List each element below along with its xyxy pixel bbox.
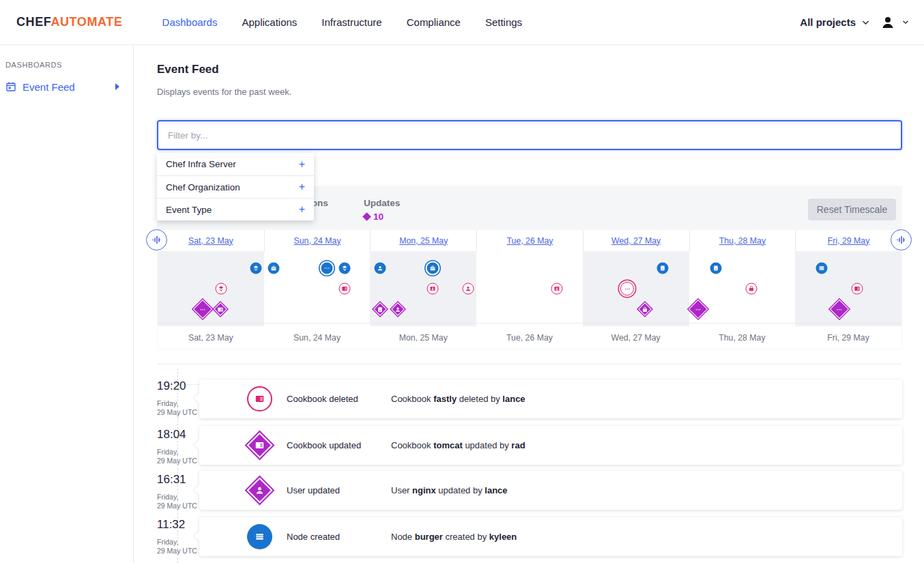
- bag-icon: [748, 285, 755, 293]
- delete-event-marker[interactable]: [746, 283, 757, 295]
- layers-icon: [218, 285, 225, 293]
- event-description: User nginx updated by lance: [391, 485, 508, 495]
- update-event-marker[interactable]: [830, 300, 849, 319]
- create-event-marker[interactable]: [816, 263, 828, 274]
- node-icon: [659, 265, 667, 272]
- update-event-marker[interactable]: [193, 300, 212, 319]
- delete-event-marker[interactable]: [427, 283, 439, 295]
- event-card[interactable]: Cookbook deleted Cookbook fastly deleted…: [199, 379, 902, 418]
- day-footer: Sat, 23 May: [158, 326, 264, 349]
- dropdown-option-event-type[interactable]: Event Type +: [157, 198, 314, 220]
- node-icon: [377, 306, 384, 313]
- dropdown-option-chef-infra-server[interactable]: Chef Infra Server +: [157, 153, 314, 175]
- delete-event-marker[interactable]: [551, 283, 563, 295]
- create-event-marker[interactable]: [710, 263, 722, 274]
- delete-event-marker[interactable]: [463, 283, 474, 295]
- delete-event-marker[interactable]: [620, 282, 634, 295]
- event-description: Cookbook tomcat updated by rad: [391, 440, 525, 450]
- day-header[interactable]: Thu, 28 May: [689, 230, 796, 251]
- grid-line: [158, 364, 901, 364]
- legend-updates-count: 10: [373, 212, 384, 222]
- legend-updates: Updates 10: [364, 198, 400, 222]
- expand-arrow-icon[interactable]: [115, 83, 119, 90]
- sidebar-item-event-feed[interactable]: Event Feed: [5, 78, 129, 95]
- user-avatar-icon[interactable]: [880, 14, 896, 31]
- update-event-icon: [247, 478, 272, 503]
- main-nav: Dashboards Applications Infrastructure C…: [162, 16, 523, 28]
- delete-event-marker[interactable]: [339, 283, 351, 295]
- delete-event-marker[interactable]: [852, 283, 863, 295]
- day-header[interactable]: Wed, 27 May: [583, 230, 689, 251]
- event-date: 29 May UTC: [157, 547, 197, 555]
- event-date: 29 May UTC: [157, 457, 197, 465]
- event-card[interactable]: Node created Node burger created by kyle…: [199, 517, 902, 556]
- day-header[interactable]: Sun, 24 May: [264, 230, 371, 251]
- nav-settings[interactable]: Settings: [485, 16, 522, 28]
- person-icon: [377, 265, 384, 272]
- timescale-handle-left[interactable]: [146, 229, 167, 250]
- day-header[interactable]: Sat, 23 May: [158, 230, 264, 251]
- nav-dashboards[interactable]: Dashboards: [162, 16, 218, 28]
- person-icon: [465, 285, 472, 293]
- logo-automate: AUTOMATE: [50, 15, 122, 29]
- timeline-day-footers: Sat, 23 May Sun, 24 May Mon, 25 May Tue,…: [158, 326, 901, 349]
- update-event-marker[interactable]: [214, 302, 227, 316]
- reset-timescale-button[interactable]: Reset Timescale: [808, 199, 896, 220]
- chevron-down-icon[interactable]: [862, 20, 869, 25]
- event-title: Cookbook updated: [287, 440, 361, 450]
- timescale-handle-right[interactable]: [891, 229, 912, 250]
- nav-applications[interactable]: Applications: [242, 16, 297, 28]
- chef-automate-logo[interactable]: CHEFAUTOMATE: [16, 15, 123, 29]
- top-navigation-bar: CHEFAUTOMATE Dashboards Applications Inf…: [0, 0, 924, 45]
- day-header[interactable]: Fri, 29 May: [795, 230, 901, 251]
- nav-compliance[interactable]: Compliance: [407, 16, 461, 28]
- sidebar-item-label: Event Feed: [23, 81, 75, 93]
- ellipsis-icon: [323, 265, 331, 272]
- timeline-event-markers: [158, 251, 901, 326]
- event-title: Cookbook deleted: [287, 394, 358, 404]
- nav-right-controls: All projects: [800, 14, 909, 31]
- plus-icon[interactable]: +: [299, 203, 305, 216]
- chevron-down-icon[interactable]: [902, 20, 909, 25]
- event-card[interactable]: User updated User nginx updated by lance: [199, 471, 902, 510]
- list-icon: [818, 265, 826, 272]
- delete-event-marker[interactable]: [216, 283, 227, 295]
- person-icon: [394, 306, 402, 313]
- projects-filter-button[interactable]: All projects: [800, 16, 856, 28]
- badge-icon: [553, 285, 561, 293]
- event-description: Cookbook fastly deleted by lance: [391, 394, 525, 404]
- event-date: 29 May UTC: [157, 408, 197, 416]
- cookbook-icon: [341, 285, 349, 293]
- bag-icon: [641, 306, 649, 313]
- event-day: Friday,: [157, 493, 178, 501]
- sidebar: DASHBOARDS Event Feed: [0, 46, 134, 563]
- update-event-marker[interactable]: [638, 302, 652, 316]
- create-event-marker[interactable]: [375, 263, 386, 274]
- update-event-marker[interactable]: [373, 302, 387, 316]
- create-event-marker[interactable]: [427, 263, 439, 274]
- create-event-marker[interactable]: [321, 263, 333, 274]
- create-event-marker[interactable]: [339, 263, 351, 274]
- day-footer: Thu, 28 May: [689, 326, 796, 349]
- dropdown-option-chef-organization[interactable]: Chef Organization +: [157, 175, 314, 198]
- event-day: Friday,: [157, 399, 178, 407]
- update-event-marker[interactable]: [689, 300, 708, 319]
- day-header[interactable]: Mon, 25 May: [370, 230, 476, 251]
- update-event-icon: [247, 433, 272, 458]
- update-event-marker[interactable]: [391, 302, 405, 316]
- layers-icon: [341, 265, 349, 272]
- delete-event-icon: [247, 386, 272, 412]
- filter-input[interactable]: [157, 120, 902, 150]
- day-header[interactable]: Tue, 26 May: [476, 230, 583, 251]
- layers-icon: [252, 265, 260, 272]
- event-card[interactable]: Cookbook updated Cookbook tomcat updated…: [199, 426, 902, 465]
- cookbook-icon: [254, 439, 265, 451]
- plus-icon[interactable]: +: [299, 158, 305, 171]
- plus-icon[interactable]: +: [299, 181, 305, 193]
- legend-updates-label: Updates: [364, 198, 400, 208]
- page-subtitle: Displays events for the past week.: [157, 87, 291, 97]
- nav-infrastructure[interactable]: Infrastructure: [321, 16, 381, 28]
- create-event-marker[interactable]: [250, 263, 262, 274]
- create-event-marker[interactable]: [657, 263, 669, 274]
- create-event-marker[interactable]: [268, 263, 280, 274]
